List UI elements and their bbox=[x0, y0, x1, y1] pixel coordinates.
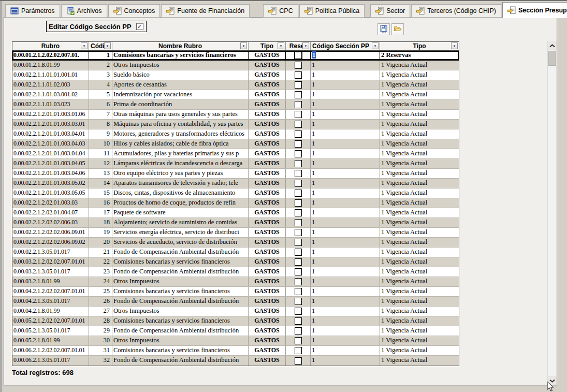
table-row[interactable]: 0.00.02.2.1.1.01.02.003 4 Aportes de ces… bbox=[12, 80, 459, 90]
cell-tipo-seccion[interactable]: 1 Vigencia Actual bbox=[380, 326, 459, 336]
filter-dropdown-icon[interactable]: ▼ bbox=[81, 42, 88, 49]
filter-dropdown-icon[interactable]: ▼ bbox=[302, 42, 309, 49]
reser-checkbox[interactable] bbox=[295, 268, 302, 275]
table-row[interactable]: 0.00.02.2.1.1.01.03.001.02 5 Indemnizaci… bbox=[12, 90, 459, 100]
table-row[interactable]: 0.00.02.2.1.2.01.01.003.01.06 7 Otras má… bbox=[12, 110, 459, 120]
cell-tipo-seccion[interactable]: 1 Vigencia Actual bbox=[380, 100, 459, 109]
cell-tipo-seccion[interactable]: 1 Vigencia Actual bbox=[380, 316, 459, 326]
scroll-up-button[interactable] bbox=[548, 41, 557, 50]
table-row[interactable]: 0.00.05.2.1.8.01.99 30 Otros Inmpuestos … bbox=[12, 336, 459, 346]
cell-codigo-seccion-pp[interactable]: 1 bbox=[311, 169, 380, 178]
cell-codigo-seccion-pp[interactable]: 1 bbox=[311, 316, 380, 326]
save-button[interactable] bbox=[377, 23, 390, 35]
reser-checkbox-cell[interactable] bbox=[286, 277, 311, 286]
reser-checkbox[interactable] bbox=[295, 347, 302, 354]
table-row[interactable]: 0.00.02.2.1.2.01.01.003.05.05 15 Discos,… bbox=[12, 188, 459, 198]
cell-tipo-seccion[interactable]: 1 Vigencia Actual bbox=[380, 129, 459, 139]
table-row[interactable]: 0.00.03.2.1.8.01.99 24 Otros Inmpuestos … bbox=[12, 277, 459, 287]
cell-tipo-seccion[interactable]: 1 Vigencia Actual bbox=[380, 61, 459, 70]
tab-archivos[interactable]: Archivos bbox=[61, 4, 107, 18]
cell-codigo-seccion-pp[interactable]: 1 bbox=[311, 129, 380, 139]
reser-checkbox[interactable] bbox=[295, 229, 302, 236]
table-row[interactable]: 0.00.02.2.1.2.01.01.003.04.03 10 Hilos y… bbox=[12, 139, 459, 149]
reser-checkbox-cell[interactable] bbox=[286, 139, 311, 149]
scrollbar-thumb[interactable] bbox=[548, 51, 556, 66]
reser-checkbox[interactable] bbox=[295, 249, 302, 256]
filter-dropdown-icon[interactable]: ▼ bbox=[240, 42, 247, 49]
reser-checkbox[interactable] bbox=[295, 258, 302, 266]
reser-checkbox[interactable] bbox=[295, 308, 302, 315]
cell-codigo-seccion-pp[interactable]: 1 bbox=[311, 80, 380, 90]
reser-checkbox-cell[interactable] bbox=[286, 316, 311, 326]
reser-checkbox[interactable] bbox=[295, 170, 302, 177]
reser-checkbox-cell[interactable] bbox=[286, 120, 311, 129]
tab-parametros[interactable]: Parámetros bbox=[5, 4, 60, 18]
reser-checkbox-cell[interactable] bbox=[286, 208, 311, 217]
cell-tipo-seccion[interactable]: 1 Vigencia Actual bbox=[380, 90, 459, 99]
reser-checkbox-cell[interactable] bbox=[286, 100, 311, 109]
reser-checkbox[interactable] bbox=[295, 121, 302, 128]
reser-checkbox-cell[interactable] bbox=[286, 159, 311, 168]
cell-codigo-seccion-pp[interactable]: 1 bbox=[311, 208, 380, 217]
cell-codigo-seccion-pp[interactable]: 1 bbox=[311, 159, 380, 168]
cell-tipo-seccion[interactable]: 1 Vigencia Actual bbox=[380, 80, 459, 90]
table-row[interactable]: 0.00.01.2.1.8.01.99 2 Otros Inmpuestos G… bbox=[12, 61, 459, 70]
tab-seccion-presupuestal[interactable]: Sección Presupuestal bbox=[502, 2, 567, 18]
table-row[interactable]: 0.00.05.2.1.3.05.01.017 29 Fondo de Comp… bbox=[12, 326, 459, 336]
column-header-tipo[interactable]: Tipo▼ bbox=[249, 42, 286, 50]
reser-checkbox-cell[interactable] bbox=[286, 346, 311, 355]
reser-checkbox-cell[interactable] bbox=[286, 149, 311, 158]
column-header-codigo[interactable]: Códi▼ bbox=[89, 42, 112, 50]
reser-checkbox[interactable] bbox=[295, 111, 302, 118]
cell-tipo-seccion[interactable]: 1 Vigencia Actual bbox=[380, 277, 459, 286]
reser-checkbox[interactable] bbox=[294, 51, 302, 60]
open-button[interactable] bbox=[391, 23, 404, 35]
reser-checkbox[interactable] bbox=[295, 71, 302, 79]
column-header-reser[interactable]: Reser▼ bbox=[286, 42, 311, 50]
reser-checkbox[interactable] bbox=[295, 62, 302, 69]
table-row[interactable]: 0.00.03.2.1.3.05.01.017 23 Fondo de Comp… bbox=[12, 267, 459, 277]
tab-sector[interactable]: Sector bbox=[370, 4, 410, 18]
table-row[interactable]: 0.00.02.2.1.2.02.02.006.09.02 20 Servici… bbox=[12, 238, 459, 248]
reser-checkbox-cell[interactable] bbox=[286, 90, 311, 99]
cell-tipo-seccion[interactable]: 1 Vigencia Actual bbox=[380, 139, 459, 149]
reser-checkbox[interactable] bbox=[295, 327, 302, 335]
cell-tipo-seccion[interactable]: 1 Vigencia Actual bbox=[380, 70, 459, 80]
reser-checkbox[interactable] bbox=[295, 160, 302, 167]
table-row[interactable]: 0.00.04.2.1.2.02.02.007.01.01 25 Comisio… bbox=[12, 287, 459, 297]
cell-tipo-seccion[interactable]: 1 Vigencia Actual bbox=[380, 228, 459, 237]
reser-checkbox-cell[interactable] bbox=[286, 297, 311, 306]
reser-checkbox[interactable] bbox=[295, 278, 302, 285]
cell-codigo-seccion-pp[interactable]: 1 bbox=[311, 326, 380, 336]
table-row[interactable]: 0.00.02.2.1.2.01.01.003.04.04 11 Acumula… bbox=[12, 149, 459, 159]
table-row[interactable]: 0.00.02.2.1.3.05.01.017 21 Fondo de Comp… bbox=[12, 248, 459, 257]
table-row[interactable]: 0.00.02.2.1.1.01.01.001.01 3 Sueldo bási… bbox=[12, 70, 459, 80]
reser-checkbox[interactable] bbox=[295, 199, 302, 207]
table-row[interactable]: 0.00.02.2.1.2.01.01.003.04.01 9 Motores,… bbox=[12, 129, 459, 139]
cell-tipo-seccion[interactable]: 1 Vigencia Actual bbox=[380, 248, 459, 257]
reser-checkbox[interactable] bbox=[295, 81, 302, 89]
tab-terceros-codigo-chip[interactable]: Terceros (Código CHIP) bbox=[411, 4, 501, 18]
reser-checkbox-cell[interactable] bbox=[286, 336, 311, 345]
reser-checkbox[interactable] bbox=[295, 337, 302, 344]
column-header-rubro[interactable]: Rubro▼ bbox=[12, 42, 89, 50]
table-row[interactable]: 0.00.04.2.1.3.05.01.017 26 Fondo de Comp… bbox=[12, 297, 459, 307]
cell-tipo-seccion[interactable]: 1 Vigencia Actual bbox=[380, 257, 459, 267]
reser-checkbox-cell[interactable] bbox=[286, 129, 311, 139]
table-row[interactable]: 0.00.04.2.1.8.01.99 27 Otros Inmpuestos … bbox=[12, 307, 459, 316]
reser-checkbox[interactable] bbox=[295, 209, 302, 216]
filter-dropdown-icon[interactable]: ▼ bbox=[451, 42, 458, 49]
reser-checkbox-cell[interactable] bbox=[286, 110, 311, 119]
cell-tipo-seccion[interactable]: 1 Vigencia Actual bbox=[380, 267, 459, 277]
cell-tipo-seccion[interactable]: 1 Vigencia Actual bbox=[380, 188, 459, 198]
cell-codigo-seccion-pp[interactable]: 1 bbox=[311, 149, 380, 158]
vertical-scrollbar[interactable] bbox=[547, 41, 556, 385]
filter-dropdown-icon[interactable]: ▼ bbox=[278, 42, 284, 49]
cell-codigo-seccion-pp[interactable]: 1 bbox=[311, 198, 380, 208]
cell-tipo-seccion[interactable]: 2 Reservas bbox=[380, 51, 459, 60]
table-row[interactable]: 0.00.02.2.1.2.02.02.006.03 18 Alojamient… bbox=[12, 218, 459, 228]
cell-codigo-seccion-pp[interactable]: 1 bbox=[311, 228, 380, 237]
cell-tipo-seccion[interactable]: 1 Vigencia Actual bbox=[380, 238, 459, 247]
reser-checkbox[interactable] bbox=[295, 288, 302, 295]
cell-codigo-seccion-pp[interactable]: 1 bbox=[311, 248, 380, 257]
